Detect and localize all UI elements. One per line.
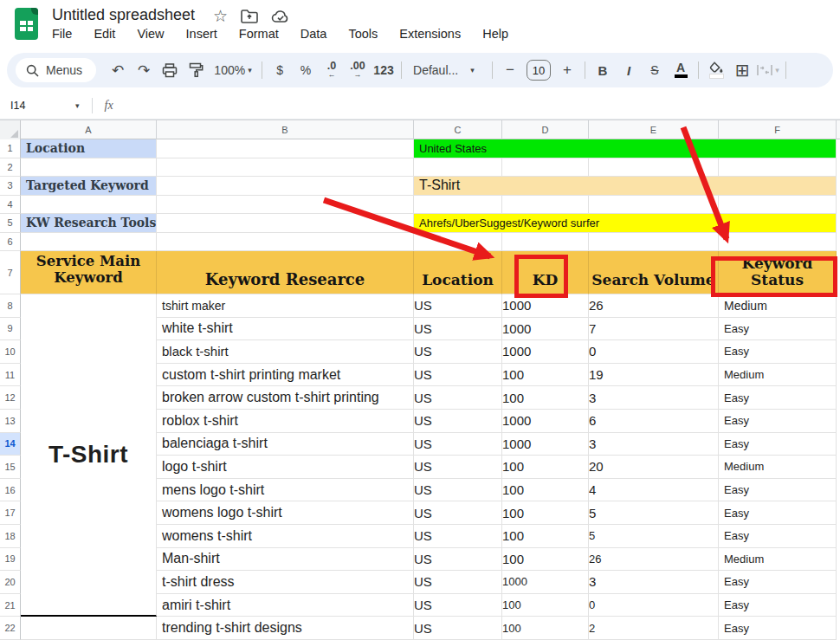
kd-cell[interactable]: 100 <box>502 386 589 410</box>
search-volume-cell[interactable]: 7 <box>589 318 719 341</box>
cell[interactable] <box>502 196 589 215</box>
location-cell[interactable]: US <box>414 501 502 525</box>
cell[interactable] <box>157 158 414 178</box>
cell[interactable] <box>719 233 837 252</box>
name-box[interactable]: I14 <box>0 100 73 112</box>
cell[interactable] <box>21 617 157 640</box>
status-cell[interactable]: Easy <box>719 340 837 364</box>
column-header-C[interactable]: C <box>414 120 502 139</box>
keyword-cell[interactable]: broken arrow custom t-shirt printing <box>157 386 414 410</box>
row-header-7[interactable]: 7 <box>0 251 21 294</box>
search-volume-cell[interactable]: 3 <box>589 433 719 456</box>
location-cell[interactable]: US <box>414 571 502 594</box>
cell[interactable] <box>589 233 719 252</box>
location-cell[interactable]: US <box>414 433 502 456</box>
kd-cell[interactable]: 100 <box>502 617 589 640</box>
cell[interactable] <box>157 233 414 252</box>
row-header-13[interactable]: 13 <box>0 410 21 433</box>
row-header-2[interactable]: 2 <box>0 158 21 178</box>
cell[interactable] <box>157 139 414 158</box>
search-volume-cell[interactable]: 3 <box>589 571 719 594</box>
cell[interactable] <box>589 196 719 215</box>
row-header-8[interactable]: 8 <box>0 294 21 318</box>
font-family-select[interactable]: Defaul...▾ <box>406 63 488 77</box>
search-volume-cell[interactable]: 5 <box>589 525 719 548</box>
search-volume-cell[interactable]: 26 <box>589 294 719 318</box>
cell[interactable] <box>157 177 414 196</box>
row-header-19[interactable]: 19 <box>0 548 21 572</box>
row-header-18[interactable]: 18 <box>0 525 21 548</box>
cell[interactable] <box>719 196 837 215</box>
kd-cell[interactable]: 100 <box>502 364 589 387</box>
cell[interactable] <box>414 233 502 252</box>
info-value-cell[interactable]: T-Shirt <box>414 177 837 196</box>
status-cell[interactable]: Easy <box>719 433 837 456</box>
cell[interactable] <box>21 158 157 178</box>
increase-font-size-button[interactable]: + <box>554 61 580 79</box>
move-to-folder-icon[interactable] <box>241 10 258 23</box>
strikethrough-button[interactable]: S <box>642 63 668 77</box>
keyword-cell[interactable]: t-shirt dress <box>157 571 414 594</box>
document-title[interactable]: Untitled spreadsheet <box>52 6 195 24</box>
format-currency-button[interactable]: $ <box>267 63 293 77</box>
row-header-3[interactable]: 3 <box>0 177 21 196</box>
location-cell[interactable]: US <box>414 340 502 364</box>
column-header-F[interactable]: F <box>719 120 837 139</box>
kd-cell[interactable]: 1000 <box>502 318 589 341</box>
cell[interactable] <box>502 233 589 252</box>
kd-cell[interactable]: 1000 <box>502 433 589 456</box>
text-color-button[interactable]: A <box>668 62 694 78</box>
row-header-14[interactable]: 14 <box>0 433 21 456</box>
row-header-17[interactable]: 17 <box>0 501 21 525</box>
keyword-cell[interactable]: womens t-shirt <box>157 525 414 548</box>
location-cell[interactable]: US <box>414 548 502 572</box>
info-label-cell[interactable]: Targeted Keyword <box>21 177 157 196</box>
row-header-21[interactable]: 21 <box>0 594 21 617</box>
status-cell[interactable]: Medium <box>719 456 837 479</box>
menu-help[interactable]: Help <box>482 27 508 41</box>
search-volume-cell[interactable]: 4 <box>589 479 719 502</box>
row-header-4[interactable]: 4 <box>0 196 21 215</box>
kd-cell[interactable]: 1000 <box>502 410 589 433</box>
status-cell[interactable]: Easy <box>719 318 837 341</box>
keyword-cell[interactable]: roblox t-shirt <box>157 410 414 433</box>
kd-cell[interactable]: 1000 <box>502 571 589 594</box>
fill-color-button[interactable] <box>703 61 729 79</box>
location-cell[interactable]: US <box>414 456 502 479</box>
location-cell[interactable]: US <box>414 525 502 548</box>
column-header-D[interactable]: D <box>502 120 589 139</box>
select-all-corner[interactable] <box>0 120 21 139</box>
menu-format[interactable]: Format <box>239 27 279 41</box>
row-header-10[interactable]: 10 <box>0 340 21 364</box>
paint-format-button[interactable] <box>183 62 209 78</box>
location-cell[interactable]: US <box>414 318 502 341</box>
search-menus-button[interactable]: Menus <box>16 58 96 82</box>
column-header-B[interactable]: B <box>157 120 414 139</box>
kd-cell[interactable]: 100 <box>502 456 589 479</box>
cell[interactable] <box>414 158 502 178</box>
borders-button[interactable]: ⊞ <box>729 60 755 81</box>
table-header-2[interactable]: Location <box>414 251 502 294</box>
keyword-cell[interactable]: Man-shirt <box>157 548 414 572</box>
search-volume-cell[interactable]: 0 <box>589 340 719 364</box>
cell[interactable] <box>719 158 837 178</box>
status-cell[interactable]: Easy <box>719 525 837 548</box>
bold-button[interactable]: B <box>590 63 616 78</box>
main-keyword-merged-cell[interactable]: T-Shirt <box>21 294 157 617</box>
menu-insert[interactable]: Insert <box>186 27 217 41</box>
kd-cell[interactable]: 100 <box>502 594 589 617</box>
info-value-cell[interactable]: United States <box>414 139 837 158</box>
menu-tools[interactable]: Tools <box>348 27 378 41</box>
row-header-9[interactable]: 9 <box>0 318 21 341</box>
row-header-12[interactable]: 12 <box>0 386 21 410</box>
keyword-cell[interactable]: tshirt maker <box>157 294 414 318</box>
search-volume-cell[interactable]: 19 <box>589 364 719 387</box>
keyword-cell[interactable]: mens logo t-shirt <box>157 479 414 502</box>
search-volume-cell[interactable]: 26 <box>589 548 719 572</box>
status-cell[interactable]: Easy <box>719 501 837 525</box>
menu-extensions[interactable]: Extensions <box>399 27 461 41</box>
location-cell[interactable]: US <box>414 294 502 318</box>
sheets-logo-icon[interactable] <box>15 8 38 40</box>
cell[interactable] <box>157 214 414 233</box>
cell[interactable] <box>589 158 719 178</box>
